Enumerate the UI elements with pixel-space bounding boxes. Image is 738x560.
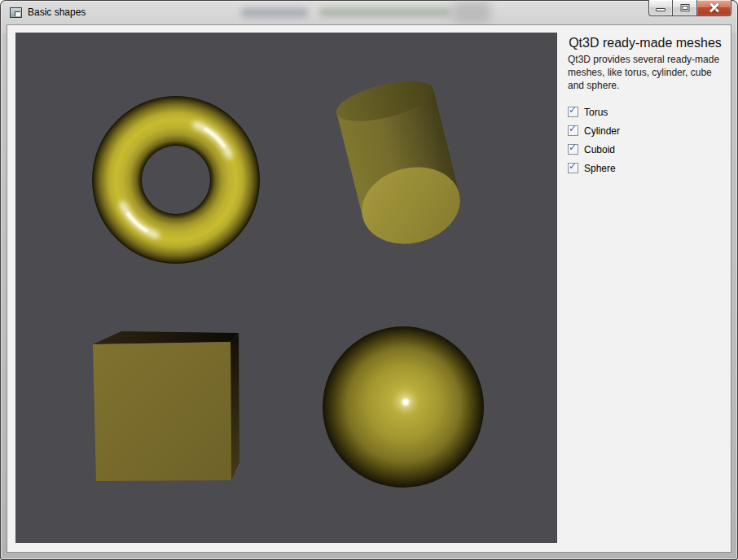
cuboid-mesh <box>93 331 239 481</box>
panel-description: Qt3D provides several ready-made meshes,… <box>568 53 723 92</box>
minimize-icon <box>656 8 666 11</box>
close-button[interactable] <box>697 0 731 16</box>
checkbox-box[interactable]: ✓ <box>568 163 578 173</box>
checkbox-box[interactable]: ✓ <box>568 107 578 117</box>
mesh-checkbox-list: ✓ Torus ✓ Cylinder ✓ Cuboid ✓ Sphere <box>568 103 723 177</box>
cylinder-mesh <box>333 73 468 254</box>
window-controls <box>648 0 731 16</box>
close-icon <box>697 0 731 15</box>
sphere-mesh <box>323 326 484 488</box>
titlebar[interactable]: Basic shapes <box>0 0 738 24</box>
checkbox-sphere[interactable]: ✓ Sphere <box>568 159 723 177</box>
window-app-icon <box>10 7 22 18</box>
checkbox-label: Cuboid <box>584 144 615 155</box>
check-icon: ✓ <box>569 124 577 134</box>
side-panel: Qt3D ready-made meshes Qt3D provides sev… <box>558 25 731 552</box>
checkbox-box[interactable]: ✓ <box>568 125 578 136</box>
3d-viewport[interactable] <box>15 33 557 543</box>
app-window: Basic shapes <box>0 0 738 560</box>
checkbox-label: Cylinder <box>584 125 620 137</box>
checkbox-torus[interactable]: ✓ Torus <box>568 103 723 121</box>
checkbox-label: Sphere <box>584 163 616 174</box>
window-title: Basic shapes <box>28 7 86 18</box>
checkbox-label: Torus <box>584 107 608 118</box>
checkbox-box[interactable]: ✓ <box>568 144 578 155</box>
3d-scene <box>15 33 557 543</box>
maximize-button[interactable] <box>673 0 697 16</box>
minimize-button[interactable] <box>648 0 673 16</box>
checkbox-cuboid[interactable]: ✓ Cuboid <box>568 140 723 159</box>
panel-heading: Qt3D ready-made meshes <box>568 36 723 50</box>
check-icon: ✓ <box>569 142 577 153</box>
maximize-icon <box>680 4 689 11</box>
check-icon: ✓ <box>569 105 577 116</box>
torus-mesh <box>92 96 260 264</box>
client-area: Qt3D ready-made meshes Qt3D provides sev… <box>7 24 731 553</box>
glass-reflection <box>453 2 490 23</box>
checkbox-cylinder[interactable]: ✓ Cylinder <box>568 121 723 140</box>
check-icon: ✓ <box>569 161 577 172</box>
glass-reflection <box>241 8 308 17</box>
glass-reflection <box>319 8 451 16</box>
